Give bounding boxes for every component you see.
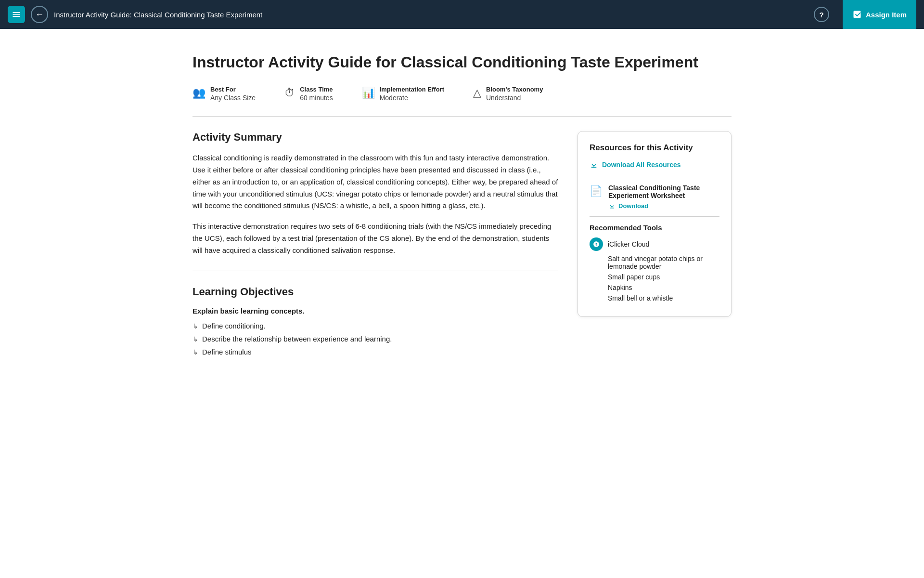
card-divider-2 <box>590 216 719 217</box>
blooms-value: Understand <box>486 94 543 102</box>
lo-text-1: Define conditioning. <box>202 322 266 330</box>
meta-divider <box>192 116 732 117</box>
activity-summary-para-1: Classical conditioning is readily demons… <box>192 152 558 212</box>
meta-class-time: ⏱ Class Time 60 minutes <box>284 86 333 102</box>
tool-chips: Salt and vinegar potato chips or lemonad… <box>590 255 719 270</box>
iclicker-icon <box>593 241 600 248</box>
lo-arrow-3: ↳ <box>192 348 198 356</box>
activity-summary-para-2: This interactive demonstration requires … <box>192 221 558 256</box>
best-for-value: Any Class Size <box>210 94 256 102</box>
page-title: Instructor Activity Guide for Classical … <box>192 53 732 71</box>
blooms-icon: △ <box>473 87 481 99</box>
resources-card: Resources for this Activity Download All… <box>578 131 732 317</box>
lo-arrow-1: ↳ <box>192 322 198 330</box>
download-resource-icon <box>608 202 616 210</box>
resource-row: 📄 Classical Conditioning Taste Experieme… <box>590 184 719 210</box>
top-navigation: ← Instructor Activity Guide: Classical C… <box>0 0 924 29</box>
section-divider <box>192 271 558 271</box>
meta-best-for: 👥 Best For Any Class Size <box>192 86 256 102</box>
download-all-icon <box>590 160 598 169</box>
meta-row: 👥 Best For Any Class Size ⏱ Class Time 6… <box>192 86 732 102</box>
main-content: Instructor Activity Guide for Classical … <box>173 29 751 390</box>
resources-heading: Resources for this Activity <box>590 143 719 153</box>
implementation-icon: 📊 <box>362 87 375 99</box>
iclicker-label: iClicker Cloud <box>608 240 649 248</box>
best-for-label: Best For <box>210 86 256 93</box>
resource-name: Classical Conditioning Taste Experiement… <box>608 184 719 199</box>
assign-item-button[interactable]: Assign Item <box>843 0 916 29</box>
learning-objectives-heading: Learning Objectives <box>192 286 558 298</box>
lo-subhead: Explain basic learning concepts. <box>192 307 558 315</box>
resource-doc-icon: 📄 <box>590 185 603 197</box>
download-all-label: Download All Resources <box>602 161 681 169</box>
back-button[interactable]: ← <box>31 6 48 23</box>
blooms-label: Bloom's Taxonomy <box>486 86 543 93</box>
tool-bell: Small bell or a whistle <box>590 294 719 302</box>
sidebar-column: Resources for this Activity Download All… <box>578 131 732 317</box>
lo-item-3: ↳ Define stimulus <box>192 348 558 356</box>
main-column: Activity Summary Classical conditioning … <box>192 131 558 361</box>
meta-implementation: 📊 Implementation Effort Moderate <box>362 86 444 102</box>
two-column-layout: Activity Summary Classical conditioning … <box>192 131 732 361</box>
download-all-button[interactable]: Download All Resources <box>590 160 719 169</box>
tool-iclicker: iClicker Cloud <box>590 237 719 251</box>
meta-blooms: △ Bloom's Taxonomy Understand <box>473 86 543 102</box>
assign-item-label: Assign Item <box>866 11 907 19</box>
iclicker-icon-circle <box>590 237 603 251</box>
card-divider-1 <box>590 177 719 177</box>
class-time-value: 60 minutes <box>300 94 333 102</box>
lo-item-2: ↳ Describe the relationship between expe… <box>192 335 558 343</box>
implementation-value: Moderate <box>380 94 444 102</box>
activity-summary-heading: Activity Summary <box>192 131 558 144</box>
lo-text-3: Define stimulus <box>202 348 252 356</box>
download-resource-label: Download <box>618 202 648 210</box>
implementation-label: Implementation Effort <box>380 86 444 93</box>
app-logo <box>8 6 25 23</box>
tool-napkins: Napkins <box>590 284 719 291</box>
nav-title: Instructor Activity Guide: Classical Con… <box>54 11 808 19</box>
class-time-label: Class Time <box>300 86 333 93</box>
class-time-icon: ⏱ <box>284 87 295 99</box>
best-for-icon: 👥 <box>192 87 205 99</box>
recommended-tools-heading: Recommended Tools <box>590 223 719 232</box>
lo-text-2: Describe the relationship between experi… <box>202 335 392 343</box>
lo-arrow-2: ↳ <box>192 335 198 343</box>
help-button[interactable]: ? <box>814 7 829 22</box>
download-resource-button[interactable]: Download <box>608 202 719 210</box>
tool-cups: Small paper cups <box>590 273 719 281</box>
resource-details: Classical Conditioning Taste Experiement… <box>608 184 719 210</box>
lo-item-1: ↳ Define conditioning. <box>192 322 558 330</box>
